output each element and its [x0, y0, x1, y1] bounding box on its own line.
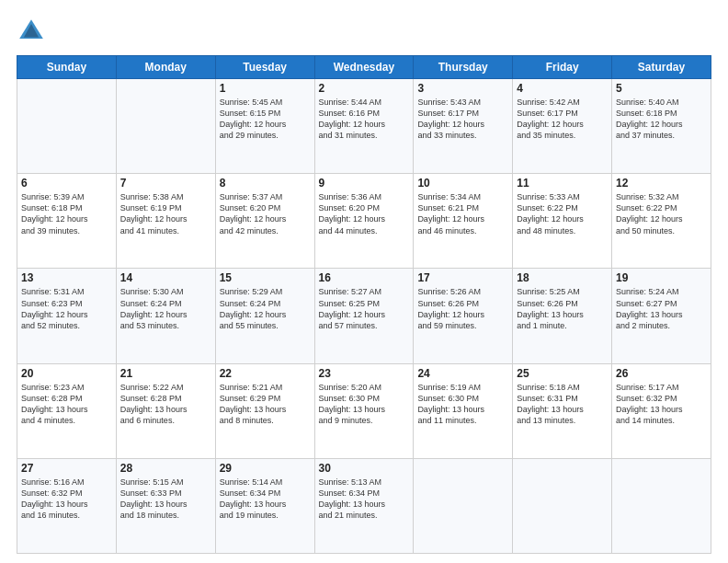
page: SundayMondayTuesdayWednesdayThursdayFrid… — [0, 0, 728, 563]
calendar-cell: 28Sunrise: 5:15 AM Sunset: 6:33 PM Dayli… — [116, 458, 215, 553]
week-row-1: 1Sunrise: 5:45 AM Sunset: 6:15 PM Daylig… — [17, 79, 711, 174]
calendar-cell: 11Sunrise: 5:33 AM Sunset: 6:22 PM Dayli… — [513, 174, 612, 269]
day-number: 15 — [220, 271, 311, 284]
day-number: 28 — [120, 462, 211, 475]
day-info: Sunrise: 5:19 AM Sunset: 6:30 PM Dayligh… — [417, 382, 508, 427]
calendar-cell: 3Sunrise: 5:43 AM Sunset: 6:17 PM Daylig… — [414, 79, 513, 174]
day-info: Sunrise: 5:40 AM Sunset: 6:18 PM Dayligh… — [616, 97, 707, 142]
day-info: Sunrise: 5:15 AM Sunset: 6:33 PM Dayligh… — [120, 477, 211, 522]
calendar-cell: 2Sunrise: 5:44 AM Sunset: 6:16 PM Daylig… — [314, 79, 414, 174]
day-info: Sunrise: 5:17 AM Sunset: 6:32 PM Dayligh… — [616, 382, 707, 427]
day-info: Sunrise: 5:31 AM Sunset: 6:23 PM Dayligh… — [21, 286, 112, 331]
day-info: Sunrise: 5:23 AM Sunset: 6:28 PM Dayligh… — [21, 382, 112, 427]
calendar-cell — [414, 458, 513, 553]
header — [17, 17, 711, 46]
day-number: 4 — [517, 82, 608, 95]
calendar-cell: 7Sunrise: 5:38 AM Sunset: 6:19 PM Daylig… — [116, 174, 215, 269]
calendar-body: 1Sunrise: 5:45 AM Sunset: 6:15 PM Daylig… — [17, 79, 711, 554]
day-number: 2 — [319, 82, 410, 95]
calendar-cell: 20Sunrise: 5:23 AM Sunset: 6:28 PM Dayli… — [17, 363, 117, 458]
day-info: Sunrise: 5:13 AM Sunset: 6:34 PM Dayligh… — [319, 477, 410, 522]
day-number: 5 — [616, 82, 707, 95]
calendar-cell: 1Sunrise: 5:45 AM Sunset: 6:15 PM Daylig… — [215, 79, 314, 174]
day-info: Sunrise: 5:24 AM Sunset: 6:27 PM Dayligh… — [616, 286, 707, 331]
day-info: Sunrise: 5:33 AM Sunset: 6:22 PM Dayligh… — [517, 191, 608, 236]
day-info: Sunrise: 5:30 AM Sunset: 6:24 PM Dayligh… — [120, 286, 211, 331]
day-info: Sunrise: 5:27 AM Sunset: 6:25 PM Dayligh… — [319, 286, 410, 331]
day-number: 11 — [517, 177, 608, 190]
day-number: 21 — [120, 367, 211, 380]
day-header-wednesday: Wednesday — [314, 56, 414, 79]
calendar-cell: 4Sunrise: 5:42 AM Sunset: 6:17 PM Daylig… — [513, 79, 612, 174]
day-info: Sunrise: 5:37 AM Sunset: 6:20 PM Dayligh… — [220, 191, 311, 236]
calendar-cell: 14Sunrise: 5:30 AM Sunset: 6:24 PM Dayli… — [116, 269, 215, 363]
calendar-cell: 13Sunrise: 5:31 AM Sunset: 6:23 PM Dayli… — [17, 269, 117, 363]
day-info: Sunrise: 5:22 AM Sunset: 6:28 PM Dayligh… — [120, 382, 211, 427]
calendar-cell — [612, 458, 711, 553]
calendar-cell: 5Sunrise: 5:40 AM Sunset: 6:18 PM Daylig… — [612, 79, 711, 174]
day-number: 3 — [417, 82, 508, 95]
calendar-cell: 16Sunrise: 5:27 AM Sunset: 6:25 PM Dayli… — [314, 269, 414, 363]
day-header-saturday: Saturday — [612, 56, 711, 79]
header-row: SundayMondayTuesdayWednesdayThursdayFrid… — [17, 56, 711, 79]
day-info: Sunrise: 5:14 AM Sunset: 6:34 PM Dayligh… — [220, 477, 311, 522]
day-info: Sunrise: 5:38 AM Sunset: 6:19 PM Dayligh… — [120, 191, 211, 236]
day-number: 14 — [120, 271, 211, 284]
calendar-cell: 23Sunrise: 5:20 AM Sunset: 6:30 PM Dayli… — [314, 363, 414, 458]
day-info: Sunrise: 5:36 AM Sunset: 6:20 PM Dayligh… — [319, 191, 410, 236]
day-number: 12 — [616, 177, 707, 190]
day-number: 22 — [220, 367, 311, 380]
calendar-cell: 25Sunrise: 5:18 AM Sunset: 6:31 PM Dayli… — [513, 363, 612, 458]
day-number: 17 — [417, 271, 508, 284]
day-number: 20 — [21, 367, 112, 380]
calendar-cell: 8Sunrise: 5:37 AM Sunset: 6:20 PM Daylig… — [215, 174, 314, 269]
day-number: 18 — [517, 271, 608, 284]
day-number: 9 — [319, 177, 410, 190]
day-info: Sunrise: 5:20 AM Sunset: 6:30 PM Dayligh… — [319, 382, 410, 427]
day-info: Sunrise: 5:44 AM Sunset: 6:16 PM Dayligh… — [319, 97, 410, 142]
day-info: Sunrise: 5:21 AM Sunset: 6:29 PM Dayligh… — [220, 382, 311, 427]
calendar-cell — [17, 79, 117, 174]
day-number: 23 — [319, 367, 410, 380]
day-header-monday: Monday — [116, 56, 215, 79]
day-info: Sunrise: 5:26 AM Sunset: 6:26 PM Dayligh… — [417, 286, 508, 331]
calendar-cell: 9Sunrise: 5:36 AM Sunset: 6:20 PM Daylig… — [314, 174, 414, 269]
day-number: 27 — [21, 462, 112, 475]
day-info: Sunrise: 5:39 AM Sunset: 6:18 PM Dayligh… — [21, 191, 112, 236]
calendar-cell: 17Sunrise: 5:26 AM Sunset: 6:26 PM Dayli… — [414, 269, 513, 363]
day-header-tuesday: Tuesday — [215, 56, 314, 79]
calendar-cell: 29Sunrise: 5:14 AM Sunset: 6:34 PM Dayli… — [215, 458, 314, 553]
calendar-cell: 30Sunrise: 5:13 AM Sunset: 6:34 PM Dayli… — [314, 458, 414, 553]
day-number: 19 — [616, 271, 707, 284]
day-info: Sunrise: 5:25 AM Sunset: 6:26 PM Dayligh… — [517, 286, 608, 331]
calendar-cell: 21Sunrise: 5:22 AM Sunset: 6:28 PM Dayli… — [116, 363, 215, 458]
day-info: Sunrise: 5:45 AM Sunset: 6:15 PM Dayligh… — [220, 97, 311, 142]
day-number: 8 — [220, 177, 311, 190]
day-number: 13 — [21, 271, 112, 284]
day-number: 10 — [417, 177, 508, 190]
calendar-header: SundayMondayTuesdayWednesdayThursdayFrid… — [17, 56, 711, 79]
logo-icon — [17, 17, 46, 46]
day-number: 26 — [616, 367, 707, 380]
day-number: 7 — [120, 177, 211, 190]
week-row-3: 13Sunrise: 5:31 AM Sunset: 6:23 PM Dayli… — [17, 269, 711, 363]
day-number: 24 — [417, 367, 508, 380]
day-info: Sunrise: 5:32 AM Sunset: 6:22 PM Dayligh… — [616, 191, 707, 236]
calendar-cell: 6Sunrise: 5:39 AM Sunset: 6:18 PM Daylig… — [17, 174, 117, 269]
calendar-cell: 27Sunrise: 5:16 AM Sunset: 6:32 PM Dayli… — [17, 458, 117, 553]
day-number: 1 — [220, 82, 311, 95]
calendar-cell: 15Sunrise: 5:29 AM Sunset: 6:24 PM Dayli… — [215, 269, 314, 363]
day-info: Sunrise: 5:42 AM Sunset: 6:17 PM Dayligh… — [517, 97, 608, 142]
day-info: Sunrise: 5:16 AM Sunset: 6:32 PM Dayligh… — [21, 477, 112, 522]
calendar-cell: 10Sunrise: 5:34 AM Sunset: 6:21 PM Dayli… — [414, 174, 513, 269]
day-number: 25 — [517, 367, 608, 380]
day-number: 29 — [220, 462, 311, 475]
calendar-cell: 12Sunrise: 5:32 AM Sunset: 6:22 PM Dayli… — [612, 174, 711, 269]
day-number: 6 — [21, 177, 112, 190]
day-info: Sunrise: 5:34 AM Sunset: 6:21 PM Dayligh… — [417, 191, 508, 236]
day-info: Sunrise: 5:29 AM Sunset: 6:24 PM Dayligh… — [220, 286, 311, 331]
logo — [17, 17, 50, 46]
calendar-cell: 22Sunrise: 5:21 AM Sunset: 6:29 PM Dayli… — [215, 363, 314, 458]
calendar-cell — [513, 458, 612, 553]
day-header-sunday: Sunday — [17, 56, 117, 79]
